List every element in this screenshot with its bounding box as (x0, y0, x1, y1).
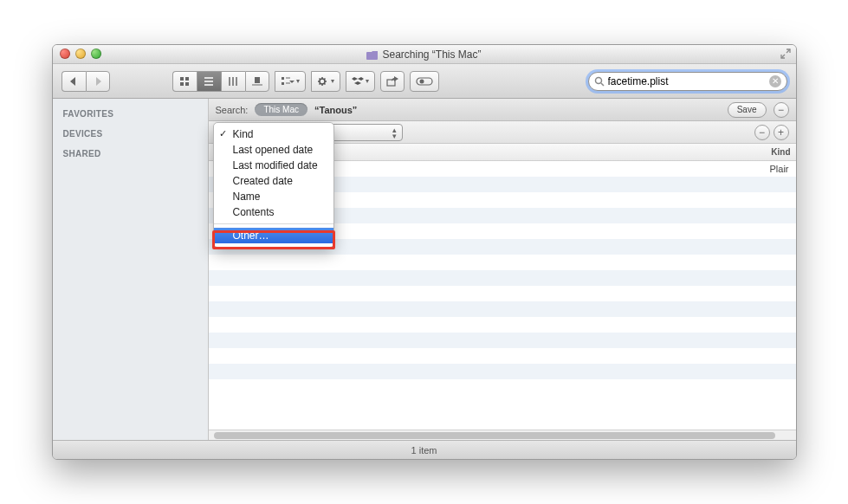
share-button[interactable] (380, 71, 405, 92)
result-row (209, 333, 796, 348)
item-count: 1 item (411, 445, 437, 456)
nav-group (61, 71, 110, 92)
svg-rect-5 (282, 77, 284, 80)
column-view-button[interactable] (221, 71, 245, 92)
window-title: Searching “This Mac” (53, 48, 796, 61)
icon-view-button[interactable] (172, 71, 197, 92)
sidebar-favorites[interactable]: FAVORITES (53, 104, 208, 124)
zoom-button[interactable] (91, 48, 101, 59)
forward-button[interactable] (86, 71, 110, 92)
dropbox-group: ▾ (346, 71, 375, 92)
finder-window: Searching “This Mac” ▾ ▾ ▾ (52, 44, 797, 460)
list-view-button[interactable] (197, 71, 221, 92)
svg-rect-0 (180, 77, 184, 81)
add-criteria-button[interactable]: + (774, 125, 789, 140)
scope-folder[interactable]: “Tanous” (314, 105, 357, 115)
horizontal-scrollbar[interactable] (209, 430, 796, 440)
check-icon: ✓ (219, 128, 227, 139)
minimize-button[interactable] (75, 48, 86, 59)
toolbar: ▾ ▾ ▾ ✕ (53, 64, 796, 99)
result-row (209, 255, 796, 270)
menu-item-kind[interactable]: ✓Kind (214, 126, 333, 142)
chevron-down-icon: ▾ (366, 77, 369, 85)
menu-item-last-modified[interactable]: Last modified date (214, 158, 333, 173)
criteria-value-select[interactable]: ▴▾ (325, 124, 403, 141)
result-row (209, 317, 796, 333)
sidebar-shared[interactable]: SHARED (53, 144, 208, 164)
arrange-group: ▾ (275, 71, 306, 92)
scrollbar-thumb[interactable] (214, 432, 775, 439)
sidebar: FAVORITES DEVICES SHARED (53, 99, 209, 440)
back-button[interactable] (61, 71, 86, 92)
fullscreen-icon[interactable] (780, 48, 791, 61)
search-input[interactable] (605, 75, 769, 87)
menu-item-last-opened[interactable]: Last opened date (214, 142, 333, 158)
svg-rect-8 (387, 80, 395, 86)
coverflow-view-button[interactable] (245, 71, 269, 92)
action-button[interactable]: ▾ (311, 71, 340, 92)
scope-this-mac[interactable]: This Mac (255, 103, 307, 116)
search-scope-bar: Search: This Mac “Tanous” Save − (209, 99, 796, 121)
result-row (209, 348, 796, 364)
svg-rect-4 (255, 77, 260, 83)
result-row (209, 379, 796, 395)
sidebar-devices[interactable]: DEVICES (53, 124, 208, 144)
criteria-attribute-menu: ✓Kind Last opened date Last modified dat… (213, 122, 334, 248)
column-kind[interactable]: Kind (771, 147, 790, 157)
chevron-down-icon: ▾ (296, 77, 300, 85)
window-title-text: Searching “This Mac” (382, 48, 481, 61)
quicklook-button[interactable] (410, 71, 439, 92)
search-label: Search: (216, 105, 249, 115)
result-row (209, 286, 796, 301)
menu-item-created[interactable]: Created date (214, 173, 333, 189)
menu-item-other[interactable]: Other… (214, 228, 333, 243)
traffic-lights (60, 48, 101, 59)
folder-icon (366, 49, 379, 60)
remove-criteria-button[interactable]: − (754, 125, 770, 140)
svg-rect-6 (282, 82, 284, 85)
result-row (209, 364, 796, 379)
menu-item-contents[interactable]: Contents (214, 204, 333, 220)
svg-point-11 (595, 77, 601, 83)
svg-rect-1 (185, 77, 189, 81)
chevron-down-icon: ▾ (331, 77, 334, 85)
result-row (209, 301, 796, 317)
svg-rect-3 (185, 82, 189, 86)
svg-point-10 (419, 79, 424, 83)
updown-icon: ▴▾ (392, 127, 397, 139)
menu-separator (214, 223, 333, 224)
result-kind: Plair (769, 164, 788, 174)
window-body: FAVORITES DEVICES SHARED Search: This Ma… (53, 99, 796, 440)
titlebar: Searching “This Mac” (53, 45, 796, 64)
dropbox-button[interactable]: ▾ (346, 71, 375, 92)
criteria-buttons: − + (754, 125, 789, 140)
status-bar: 1 item (53, 440, 796, 459)
result-row (209, 270, 796, 286)
clear-search-button[interactable]: ✕ (769, 75, 781, 87)
arrange-button[interactable]: ▾ (275, 71, 306, 92)
search-field[interactable]: ✕ (588, 72, 787, 91)
search-icon (594, 76, 605, 87)
close-button[interactable] (60, 48, 70, 59)
menu-item-name[interactable]: Name (214, 189, 333, 204)
remove-criteria-row-button[interactable]: − (774, 102, 789, 118)
view-group (172, 71, 269, 92)
action-group: ▾ (311, 71, 340, 92)
svg-rect-2 (180, 82, 184, 86)
svg-rect-9 (417, 78, 432, 85)
save-search-button[interactable]: Save (728, 102, 767, 118)
